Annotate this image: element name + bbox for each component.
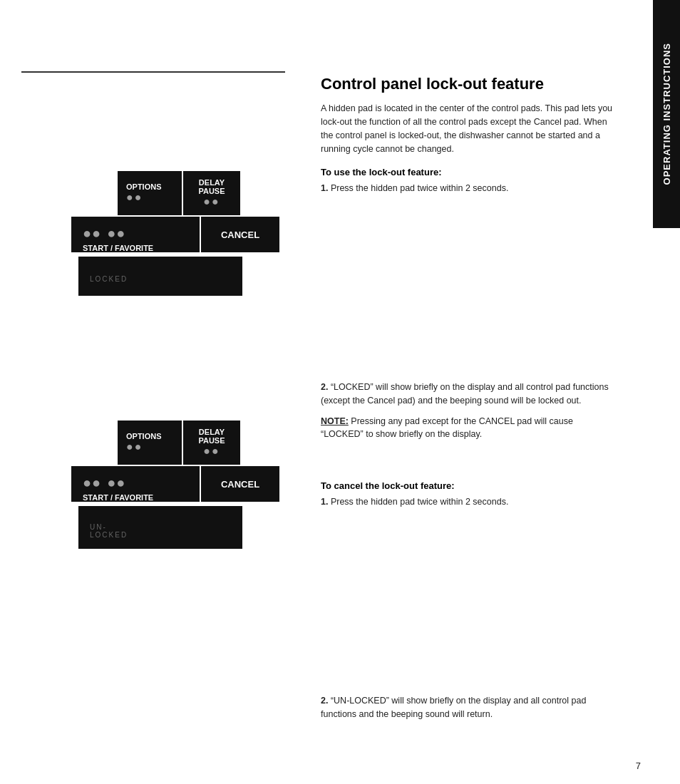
diagram2-start-btn: ●● ●● START / FAVORITE bbox=[71, 466, 200, 502]
diagram2-top-row: OPTIONS ●● DELAY PAUSE ●● bbox=[118, 421, 279, 465]
cancel-step1-content: Press the hidden pad twice within 2 seco… bbox=[331, 497, 508, 507]
diagram1-display-text: LOCKED bbox=[90, 275, 128, 283]
cancel-step2-text: 2. “UN-LOCKED” will show briefly on the … bbox=[321, 694, 613, 721]
use-step2-text: 2. “LOCKED” will show briefly on the dis… bbox=[321, 381, 613, 408]
diagram1-main-row: ●● ●● START / FAVORITE CANCEL bbox=[71, 217, 279, 252]
note-label: NOTE: bbox=[321, 416, 349, 426]
diagram1-cancel-label: CANCEL bbox=[221, 229, 259, 240]
cancel-step2-number: 2. bbox=[321, 696, 328, 706]
diagram1-options-label: OPTIONS bbox=[126, 182, 173, 191]
step1-content: Press the hidden pad twice within 2 seco… bbox=[331, 183, 508, 193]
diagram2-display: UN- LOCKED bbox=[78, 506, 242, 549]
diagram2-delay-dots: ●● bbox=[192, 445, 232, 458]
diagram2-pause-label: PAUSE bbox=[192, 436, 232, 445]
use-lockout-heading: To use the lock-out feature: bbox=[321, 167, 613, 177]
right-content: Control panel lock-out feature A hidden … bbox=[321, 75, 649, 728]
cancel-step1-text: 1. Press the hidden pad twice within 2 s… bbox=[321, 495, 613, 509]
cancel-step1-number: 1. bbox=[321, 497, 328, 507]
diagram2-cancel-label: CANCEL bbox=[221, 479, 259, 490]
use-step2-area: 2. “LOCKED” will show briefly on the dis… bbox=[321, 381, 613, 721]
diagram2-start-dots-left: ●● bbox=[83, 475, 101, 491]
diagram1-start-dots-right: ●● bbox=[107, 225, 125, 242]
page-number: 7 bbox=[636, 760, 641, 771]
diagram2-cancel-btn: CANCEL bbox=[201, 466, 279, 502]
diagram1-pause-label: PAUSE bbox=[192, 187, 232, 195]
diagram1-display: LOCKED bbox=[78, 257, 242, 296]
diagram2-delay-btn: DELAY PAUSE ●● bbox=[183, 421, 240, 465]
diagram1-delay-btn: DELAY PAUSE ●● bbox=[183, 171, 240, 215]
step1-number: 1. bbox=[321, 183, 331, 193]
sidebar-label: OPERATING INSTRUCTIONS bbox=[661, 43, 672, 185]
diagram2: OPTIONS ●● DELAY PAUSE ●● ●● ●● START / … bbox=[71, 421, 279, 549]
diagram1: OPTIONS ●● DELAY PAUSE ●● ●● ●● START / … bbox=[71, 171, 279, 296]
diagram2-options-btn: OPTIONS ●● bbox=[118, 421, 182, 465]
diagram2-display-text: UN- LOCKED bbox=[90, 523, 128, 539]
section-divider bbox=[21, 71, 285, 73]
diagram1-options-dots: ●● bbox=[126, 191, 173, 204]
diagram2-main-row: ●● ●● START / FAVORITE CANCEL bbox=[71, 466, 279, 502]
diagram1-cancel-btn: CANCEL bbox=[201, 217, 279, 252]
diagram2-start-label: START / FAVORITE bbox=[83, 493, 153, 502]
diagram2-delay-label: DELAY bbox=[192, 428, 232, 436]
diagram1-top-row: OPTIONS ●● DELAY PAUSE ●● bbox=[118, 171, 279, 215]
cancel-lockout-heading: To cancel the lock-out feature: bbox=[321, 480, 613, 491]
diagram1-delay-dots: ●● bbox=[192, 195, 232, 208]
diagram1-start-btn: ●● ●● START / FAVORITE bbox=[71, 217, 200, 252]
sidebar-operating-instructions: OPERATING INSTRUCTIONS bbox=[653, 0, 680, 228]
diagram1-delay-label: DELAY bbox=[192, 178, 232, 187]
diagram1-start-label: START / FAVORITE bbox=[83, 244, 153, 252]
diagram2-options-label: OPTIONS bbox=[126, 432, 173, 440]
intro-text: A hidden pad is located in the center of… bbox=[321, 102, 613, 155]
step2-main: “LOCKED” will show briefly on the displa… bbox=[321, 382, 609, 406]
cancel-step2-content: “UN-LOCKED” will show briefly on the dis… bbox=[321, 696, 586, 719]
diagram1-options-btn: OPTIONS ●● bbox=[118, 171, 182, 215]
page-title: Control panel lock-out feature bbox=[321, 75, 613, 93]
use-step2-note-text: NOTE: Pressing any pad except for the CA… bbox=[321, 415, 613, 442]
diagram2-options-dots: ●● bbox=[126, 440, 173, 453]
note-content: Pressing any pad except for the CANCEL p… bbox=[321, 416, 573, 440]
use-step1-text: 1. Press the hidden pad twice within 2 s… bbox=[321, 182, 613, 195]
diagram2-start-dots-right: ●● bbox=[107, 475, 125, 491]
step2-number: 2. bbox=[321, 382, 328, 392]
diagram1-start-dots-left: ●● bbox=[83, 225, 101, 242]
